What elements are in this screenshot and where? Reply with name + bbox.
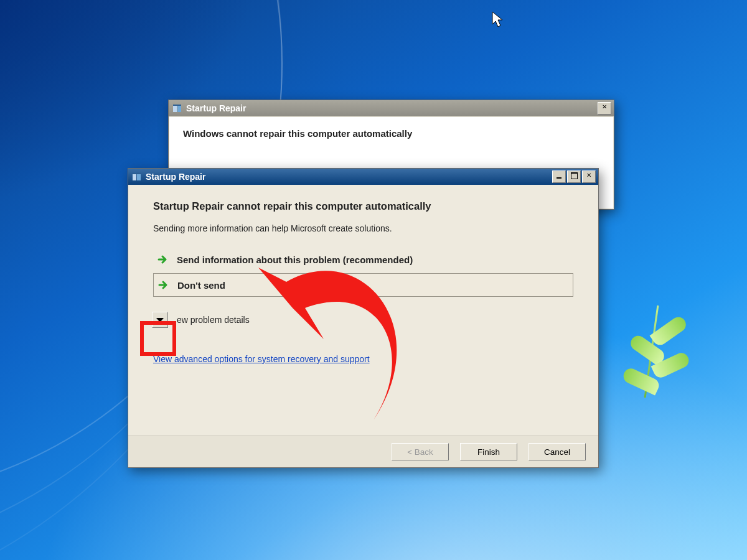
maximize-button[interactable] <box>567 170 581 183</box>
problem-details-row: ew problem details <box>152 312 573 328</box>
app-icon <box>132 172 142 182</box>
minimize-button[interactable] <box>552 170 566 183</box>
dialog-footer: < Back Finish Cancel <box>128 436 598 467</box>
dialog-title: Startup Repair <box>146 172 552 182</box>
send-info-option[interactable]: Send information about this problem (rec… <box>153 247 573 272</box>
finish-button[interactable]: Finish <box>460 443 517 460</box>
background-window-title: Startup Repair <box>186 103 598 113</box>
expand-details-button[interactable] <box>152 312 168 328</box>
advanced-options-link[interactable]: View advanced options for system recover… <box>153 354 573 364</box>
dont-send-label: Don't send <box>177 280 225 291</box>
svg-rect-5 <box>133 173 141 174</box>
app-icon <box>172 103 182 113</box>
cancel-button[interactable]: Cancel <box>529 443 586 460</box>
dialog-subtext: Sending more information can help Micros… <box>153 223 573 233</box>
dialog-heading: Startup Repair cannot repair this comput… <box>153 200 573 212</box>
dont-send-option[interactable]: Don't send <box>153 273 573 297</box>
arrow-right-icon <box>157 253 169 266</box>
desktop-background: Startup Repair Windows cannot repair thi… <box>0 0 747 560</box>
dialog-titlebar[interactable]: Startup Repair <box>128 169 598 185</box>
send-info-label: Send information about this problem (rec… <box>177 254 413 265</box>
background-heading: Windows cannot repair this computer auto… <box>183 128 412 139</box>
arrow-right-icon <box>157 279 170 291</box>
back-button: < Back <box>392 443 449 460</box>
svg-rect-2 <box>173 105 181 106</box>
problem-details-label: ew problem details <box>177 315 250 325</box>
chevron-down-icon <box>156 318 164 322</box>
startup-repair-dialog: Startup Repair Startup Repair cannot rep… <box>128 168 599 468</box>
dialog-body: Startup Repair cannot repair this comput… <box>128 185 598 436</box>
background-window-titlebar[interactable]: Startup Repair <box>169 100 614 116</box>
close-button[interactable] <box>598 102 611 114</box>
close-button[interactable] <box>582 170 596 183</box>
cursor-icon <box>492 11 504 29</box>
